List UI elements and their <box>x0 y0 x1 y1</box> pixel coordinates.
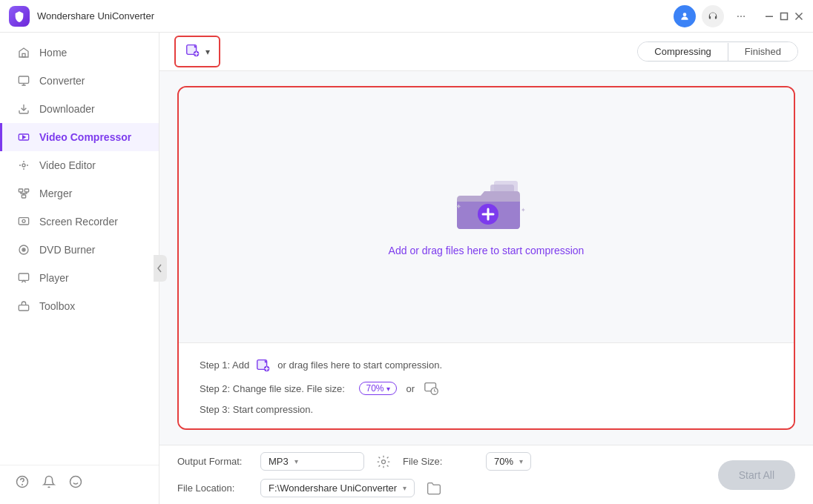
sidebar-label-merger: Merger <box>39 188 72 199</box>
svg-rect-5 <box>781 13 788 19</box>
svg-point-25 <box>70 477 82 488</box>
app-title: Wondershare UniConverter <box>37 10 674 21</box>
drop-zone-top[interactable]: ✦ ✦ Add or drag files here to start comp… <box>179 87 794 343</box>
svg-rect-15 <box>22 195 25 198</box>
output-format-label: Output Format: <box>177 456 251 467</box>
sidebar-item-downloader[interactable]: Downloader <box>0 95 159 123</box>
file-location-select[interactable]: F:\Wondershare UniConverter ▾ <box>260 479 415 497</box>
tab-finished[interactable]: Finished <box>728 42 797 61</box>
file-location-label: File Location: <box>177 483 251 494</box>
bottom-bar: Output Format: MP3 ▾ File Size: 70% ▾ <box>159 445 813 504</box>
svg-point-24 <box>22 484 23 485</box>
file-size-select-bottom[interactable]: 70% ▾ <box>486 452 531 471</box>
file-size-bottom-chevron: ▾ <box>519 457 523 465</box>
menu-icon[interactable] <box>730 5 752 27</box>
content-header: ▾ Compressing Finished <box>159 33 813 71</box>
sidebar-label-converter: Converter <box>39 75 85 87</box>
step1-suffix: or drag files here to start compression. <box>277 359 442 371</box>
sidebar-label-player: Player <box>39 272 69 284</box>
video-compressor-icon <box>17 130 30 144</box>
svg-text:✦: ✦ <box>455 202 461 210</box>
settings-icon[interactable] <box>424 380 440 397</box>
merger-icon <box>17 187 30 200</box>
start-all-button[interactable]: Start All <box>718 460 795 490</box>
file-location-chevron: ▾ <box>403 484 406 492</box>
svg-point-1 <box>737 16 739 17</box>
svg-rect-22 <box>19 305 28 311</box>
sidebar-item-player[interactable]: Player <box>0 264 159 292</box>
sidebar-label-toolbox: Toolbox <box>39 300 75 312</box>
sidebar-label-screen-recorder: Screen Recorder <box>39 216 118 228</box>
svg-rect-13 <box>19 189 22 192</box>
file-location-value: F:\Wondershare UniConverter <box>269 483 397 494</box>
add-file-dropdown-arrow: ▾ <box>205 47 210 57</box>
window-controls <box>764 11 804 21</box>
output-format-value: MP3 <box>269 456 289 467</box>
svg-rect-21 <box>19 273 28 280</box>
file-size-value: 70% <box>366 383 384 394</box>
format-settings-icon[interactable] <box>373 451 394 472</box>
svg-point-45 <box>382 460 386 463</box>
help-icon[interactable] <box>15 474 30 489</box>
screen-recorder-icon <box>17 215 30 228</box>
content-area: ▾ Compressing Finished <box>159 33 813 504</box>
bottom-row-format: Output Format: MP3 ▾ File Size: 70% ▾ <box>177 451 706 472</box>
sidebar-item-screen-recorder[interactable]: Screen Recorder <box>0 208 159 236</box>
app-logo <box>9 6 30 27</box>
step-1-row: Step 1: Add or drag files here to start … <box>200 357 773 373</box>
video-editor-icon <box>17 159 30 172</box>
user-icon[interactable] <box>674 5 696 27</box>
bottom-row-location: File Location: F:\Wondershare UniConvert… <box>177 478 706 499</box>
svg-point-17 <box>22 219 25 222</box>
feedback-icon[interactable] <box>68 474 83 489</box>
sidebar-item-dvd-burner[interactable]: DVD Burner <box>0 236 159 264</box>
sidebar-item-home[interactable]: Home <box>0 39 159 67</box>
sidebar-item-toolbox[interactable]: Toolbox <box>0 292 159 320</box>
sidebar-item-video-editor[interactable]: Video Editor <box>0 151 159 179</box>
toolbox-icon <box>17 299 30 313</box>
step1-prefix: Step 1: Add <box>200 359 249 371</box>
svg-rect-8 <box>22 53 25 57</box>
headset-icon[interactable] <box>702 5 724 27</box>
sidebar-item-merger[interactable]: Merger <box>0 179 159 208</box>
tab-compressing[interactable]: Compressing <box>638 42 728 61</box>
tab-group: Compressing Finished <box>637 42 798 62</box>
file-size-label: File Size: <box>403 456 477 467</box>
dvd-burner-icon <box>17 243 30 256</box>
titlebar: Wondershare UniConverter <box>0 0 813 33</box>
notification-icon[interactable] <box>42 474 56 489</box>
step3-text: Step 3: Start compression. <box>200 404 313 415</box>
sidebar-label-video-compressor: Video Compressor <box>39 131 131 143</box>
step1-add-icon[interactable] <box>255 357 271 373</box>
sidebar-collapse-button[interactable] <box>154 255 167 282</box>
drop-zone[interactable]: ✦ ✦ Add or drag files here to start comp… <box>177 86 795 430</box>
sidebar-item-video-compressor[interactable]: Video Compressor <box>0 123 159 151</box>
sidebar-item-converter[interactable]: Converter <box>0 67 159 95</box>
file-location-folder-icon[interactable] <box>424 478 444 499</box>
titlebar-actions <box>674 5 804 27</box>
restore-button[interactable] <box>779 11 789 21</box>
svg-rect-9 <box>19 76 28 83</box>
close-button[interactable] <box>794 11 804 21</box>
home-icon <box>17 46 30 59</box>
minimize-button[interactable] <box>764 11 774 21</box>
drop-zone-steps: Step 1: Add or drag files here to start … <box>179 343 794 428</box>
content-body: ✦ ✦ Add or drag files here to start comp… <box>159 71 813 445</box>
sidebar-bottom <box>0 465 159 498</box>
sidebar-label-video-editor: Video Editor <box>39 159 96 171</box>
svg-rect-16 <box>19 218 28 225</box>
sidebar-label-downloader: Downloader <box>39 103 95 115</box>
bottom-form: Output Format: MP3 ▾ File Size: 70% ▾ <box>177 451 706 499</box>
file-size-chevron: ▾ <box>386 385 390 393</box>
svg-point-2 <box>740 16 742 17</box>
file-size-dropdown[interactable]: 70% ▾ <box>359 382 397 395</box>
step2-prefix: Step 2: Change file size. File size: <box>200 383 345 394</box>
file-size-bottom-value: 70% <box>494 456 513 467</box>
step2-or: or <box>406 383 415 394</box>
svg-rect-14 <box>24 189 28 192</box>
main-layout: Home Converter Downloader <box>0 33 813 504</box>
add-file-button[interactable]: ▾ <box>174 36 220 67</box>
step-3-row: Step 3: Start compression. <box>200 404 773 415</box>
svg-point-12 <box>22 164 25 167</box>
output-format-select[interactable]: MP3 ▾ <box>260 452 364 471</box>
